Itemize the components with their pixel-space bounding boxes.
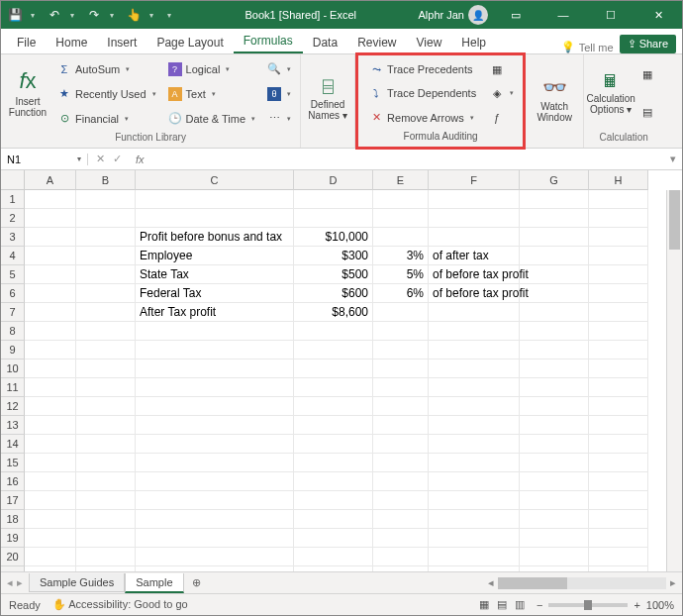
cell-F8[interactable] (429, 322, 520, 341)
cell-G16[interactable] (520, 472, 589, 491)
cell-D13[interactable] (294, 416, 373, 435)
cell-H14[interactable] (589, 435, 648, 454)
cell-C4[interactable]: Employee (136, 247, 294, 265)
qat-customize-icon[interactable]: ▾ (161, 11, 177, 20)
cell-F6[interactable]: of before tax profit (429, 284, 520, 303)
evaluate-formula-button[interactable]: ƒ (488, 110, 516, 126)
cell-F4[interactable]: of after tax (429, 247, 520, 265)
cell-G8[interactable] (520, 322, 589, 341)
cell-C18[interactable] (136, 510, 294, 529)
zoom-level[interactable]: 100% (646, 599, 674, 611)
undo-icon[interactable]: ↶ (47, 8, 62, 22)
col-header-b[interactable]: B (76, 170, 136, 190)
cell-C15[interactable] (136, 454, 294, 472)
cell-F20[interactable] (429, 548, 520, 566)
col-header-f[interactable]: F (429, 170, 520, 190)
tell-me-search[interactable]: 💡Tell me (561, 41, 614, 53)
cell-H21[interactable] (589, 566, 648, 571)
cell-F5[interactable]: of before tax profit (429, 265, 520, 284)
trace-dependents-button[interactable]: ⤵Trace Dependents (367, 85, 478, 101)
cell-C11[interactable] (136, 378, 294, 397)
cell-D10[interactable] (294, 359, 373, 378)
cell-A8[interactable] (25, 322, 76, 341)
sheet-tab-sample-guides[interactable]: Sample Guides (29, 573, 125, 592)
cell-E20[interactable] (373, 548, 429, 566)
cell-D5[interactable]: $500 (294, 265, 373, 284)
row-header[interactable]: 1 (1, 190, 25, 209)
cell-D6[interactable]: $600 (294, 284, 373, 303)
cell-D11[interactable] (294, 378, 373, 397)
select-all-corner[interactable] (1, 170, 25, 190)
cell-H13[interactable] (589, 416, 648, 435)
calculate-now-button[interactable]: ▦ (638, 67, 656, 83)
row-header[interactable]: 7 (1, 303, 25, 322)
cell-B7[interactable] (76, 303, 136, 322)
new-sheet-button[interactable]: ⊕ (184, 576, 209, 589)
cell-E21[interactable] (373, 566, 429, 571)
tab-insert[interactable]: Insert (97, 32, 146, 53)
cell-F2[interactable] (429, 209, 520, 228)
cell-D2[interactable] (294, 209, 373, 228)
trace-precedents-button[interactable]: ⤳Trace Precedents (367, 61, 478, 77)
cell-C12[interactable] (136, 397, 294, 416)
accessibility-status[interactable]: ✋ Accessibility: Good to go (52, 598, 188, 611)
tab-view[interactable]: View (407, 32, 452, 53)
cell-C3[interactable]: Profit before bonus and tax (136, 228, 294, 247)
row-header[interactable]: 14 (1, 435, 25, 454)
tab-home[interactable]: Home (46, 32, 97, 53)
cell-E10[interactable] (373, 359, 429, 378)
logical-button[interactable]: ?Logical▾ (166, 61, 258, 77)
cell-F17[interactable] (429, 491, 520, 510)
tab-file[interactable]: File (7, 32, 46, 53)
cell-H16[interactable] (589, 472, 648, 491)
math-button[interactable]: θ▾ (265, 86, 293, 102)
cell-H1[interactable] (589, 190, 648, 209)
save-icon[interactable]: 💾 (7, 8, 23, 22)
cell-E9[interactable] (373, 341, 429, 359)
cell-E8[interactable] (373, 322, 429, 341)
ribbon-options-icon[interactable]: ▭ (496, 9, 536, 22)
cell-G10[interactable] (520, 359, 589, 378)
cell-D16[interactable] (294, 472, 373, 491)
cell-G21[interactable] (520, 566, 589, 571)
error-checking-button[interactable]: ◈▾ (488, 85, 516, 101)
row-header[interactable]: 19 (1, 529, 25, 548)
row-header[interactable]: 15 (1, 454, 25, 472)
cell-B3[interactable] (76, 228, 136, 247)
col-header-g[interactable]: G (520, 170, 589, 190)
date-time-button[interactable]: 🕒Date & Time▾ (166, 111, 258, 127)
zoom-out-icon[interactable]: − (537, 599, 542, 611)
cell-F7[interactable] (429, 303, 520, 322)
row-header[interactable]: 3 (1, 228, 25, 247)
cell-G20[interactable] (520, 548, 589, 566)
cell-D20[interactable] (294, 548, 373, 566)
recently-used-button[interactable]: ★Recently Used▾ (55, 86, 158, 102)
financial-button[interactable]: ⊙Financial▾ (55, 111, 158, 127)
touch-mode-icon[interactable]: 👆 (126, 8, 142, 22)
share-button[interactable]: ⇪ Share (620, 35, 676, 53)
row-header[interactable]: 18 (1, 510, 25, 529)
cell-C8[interactable] (136, 322, 294, 341)
row-header[interactable]: 10 (1, 359, 25, 378)
cell-H20[interactable] (589, 548, 648, 566)
cell-B13[interactable] (76, 416, 136, 435)
row-header[interactable]: 21 (1, 566, 25, 571)
cell-C21[interactable] (136, 566, 294, 571)
cell-A2[interactable] (25, 209, 76, 228)
cell-E15[interactable] (373, 454, 429, 472)
cell-C7[interactable]: After Tax profit (136, 303, 294, 322)
cell-H3[interactable] (589, 228, 648, 247)
cell-B8[interactable] (76, 322, 136, 341)
cell-B16[interactable] (76, 472, 136, 491)
cell-F13[interactable] (429, 416, 520, 435)
cell-H12[interactable] (589, 397, 648, 416)
cell-G14[interactable] (520, 435, 589, 454)
row-header[interactable]: 17 (1, 491, 25, 510)
cell-G17[interactable] (520, 491, 589, 510)
cell-B12[interactable] (76, 397, 136, 416)
col-header-d[interactable]: D (294, 170, 373, 190)
cell-G1[interactable] (520, 190, 589, 209)
cell-H18[interactable] (589, 510, 648, 529)
cell-B11[interactable] (76, 378, 136, 397)
cell-A18[interactable] (25, 510, 76, 529)
